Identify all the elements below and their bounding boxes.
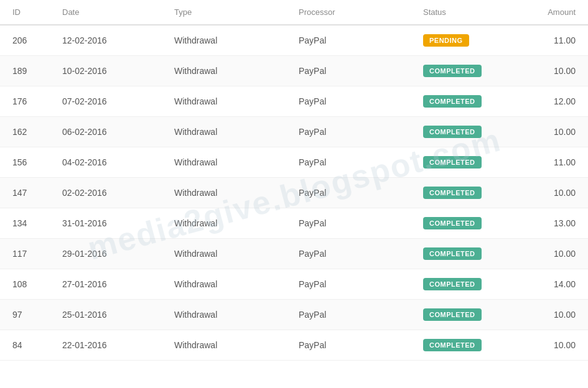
cell-id: 176 <box>0 86 50 117</box>
table-row: 176 07-02-2016 Withdrawal PayPal COMPLET… <box>0 86 588 117</box>
cell-processor: PayPal <box>286 86 411 117</box>
cell-type: Withdrawal <box>162 25 286 56</box>
cell-status: COMPLETED <box>411 56 510 86</box>
header-type: Type <box>162 0 286 25</box>
cell-id: 162 <box>0 117 50 147</box>
cell-amount: 10.00 <box>510 300 588 330</box>
table-row: 108 27-01-2016 Withdrawal PayPal COMPLET… <box>0 269 588 300</box>
cell-amount: 12.00 <box>510 86 588 117</box>
cell-type: Withdrawal <box>162 330 286 361</box>
status-badge: COMPLETED <box>423 217 482 229</box>
cell-id: 206 <box>0 25 50 56</box>
cell-status: PENDING <box>411 25 510 56</box>
table-row: 84 22-01-2016 Withdrawal PayPal COMPLETE… <box>0 330 588 361</box>
cell-processor: PayPal <box>286 269 411 300</box>
cell-amount: 10.00 <box>510 330 588 361</box>
cell-type: Withdrawal <box>162 208 286 239</box>
cell-id: 97 <box>0 300 50 330</box>
cell-date: 07-02-2016 <box>50 86 162 117</box>
status-badge: COMPLETED <box>423 247 482 260</box>
status-badge: COMPLETED <box>423 156 482 169</box>
table-row: 97 25-01-2016 Withdrawal PayPal COMPLETE… <box>0 300 588 330</box>
cell-type: Withdrawal <box>162 56 286 86</box>
cell-processor: PayPal <box>286 25 411 56</box>
cell-amount: 11.00 <box>510 25 588 56</box>
header-amount: Amount <box>510 0 588 25</box>
cell-amount: 10.00 <box>510 239 588 269</box>
status-badge: COMPLETED <box>423 65 482 77</box>
cell-status: COMPLETED <box>411 269 510 300</box>
cell-status: COMPLETED <box>411 117 510 147</box>
cell-amount: 14.00 <box>510 269 588 300</box>
cell-type: Withdrawal <box>162 269 286 300</box>
cell-id: 84 <box>0 330 50 361</box>
cell-status: COMPLETED <box>411 178 510 208</box>
status-badge: COMPLETED <box>423 126 482 138</box>
status-badge: COMPLETED <box>423 187 482 199</box>
cell-type: Withdrawal <box>162 239 286 269</box>
cell-date: 10-02-2016 <box>50 56 162 86</box>
cell-processor: PayPal <box>286 178 411 208</box>
cell-processor: PayPal <box>286 239 411 269</box>
cell-type: Withdrawal <box>162 300 286 330</box>
cell-processor: PayPal <box>286 300 411 330</box>
cell-date: 04-02-2016 <box>50 147 162 178</box>
cell-status: COMPLETED <box>411 208 510 239</box>
header-processor: Processor <box>286 0 411 25</box>
cell-date: 31-01-2016 <box>50 208 162 239</box>
cell-id: 108 <box>0 269 50 300</box>
cell-date: 25-01-2016 <box>50 300 162 330</box>
table-row: 189 10-02-2016 Withdrawal PayPal COMPLET… <box>0 56 588 86</box>
status-badge: PENDING <box>423 34 469 47</box>
cell-status: COMPLETED <box>411 300 510 330</box>
status-badge: COMPLETED <box>423 308 482 321</box>
cell-date: 27-01-2016 <box>50 269 162 300</box>
cell-status: COMPLETED <box>411 147 510 178</box>
cell-status: COMPLETED <box>411 86 510 117</box>
table-row: 206 12-02-2016 Withdrawal PayPal PENDING… <box>0 25 588 56</box>
cell-type: Withdrawal <box>162 147 286 178</box>
cell-id: 134 <box>0 208 50 239</box>
table-row: 156 04-02-2016 Withdrawal PayPal COMPLET… <box>0 147 588 178</box>
cell-type: Withdrawal <box>162 86 286 117</box>
cell-amount: 10.00 <box>510 56 588 86</box>
cell-date: 29-01-2016 <box>50 239 162 269</box>
cell-processor: PayPal <box>286 56 411 86</box>
cell-amount: 13.00 <box>510 208 588 239</box>
cell-date: 02-02-2016 <box>50 178 162 208</box>
table-row: 117 29-01-2016 Withdrawal PayPal COMPLET… <box>0 239 588 269</box>
cell-status: COMPLETED <box>411 239 510 269</box>
header-id: ID <box>0 0 50 25</box>
table-header-row: ID Date Type Processor Status Amount <box>0 0 588 25</box>
status-badge: COMPLETED <box>423 339 482 351</box>
cell-processor: PayPal <box>286 117 411 147</box>
status-badge: COMPLETED <box>423 95 482 108</box>
cell-id: 156 <box>0 147 50 178</box>
cell-date: 06-02-2016 <box>50 117 162 147</box>
table-row: 162 06-02-2016 Withdrawal PayPal COMPLET… <box>0 117 588 147</box>
status-badge: COMPLETED <box>423 278 482 290</box>
cell-amount: 10.00 <box>510 178 588 208</box>
header-date: Date <box>50 0 162 25</box>
table-row: 134 31-01-2016 Withdrawal PayPal COMPLET… <box>0 208 588 239</box>
header-status: Status <box>411 0 510 25</box>
cell-amount: 11.00 <box>510 147 588 178</box>
cell-processor: PayPal <box>286 208 411 239</box>
cell-id: 147 <box>0 178 50 208</box>
cell-processor: PayPal <box>286 330 411 361</box>
cell-type: Withdrawal <box>162 117 286 147</box>
table-container: media2give.blogspot.com ID Date Type Pro… <box>0 0 588 388</box>
cell-amount: 10.00 <box>510 117 588 147</box>
cell-processor: PayPal <box>286 147 411 178</box>
cell-date: 12-02-2016 <box>50 25 162 56</box>
table-row: 147 02-02-2016 Withdrawal PayPal COMPLET… <box>0 178 588 208</box>
cell-status: COMPLETED <box>411 330 510 361</box>
cell-id: 189 <box>0 56 50 86</box>
cell-id: 117 <box>0 239 50 269</box>
cell-type: Withdrawal <box>162 178 286 208</box>
transactions-table: ID Date Type Processor Status Amount 206… <box>0 0 588 361</box>
cell-date: 22-01-2016 <box>50 330 162 361</box>
